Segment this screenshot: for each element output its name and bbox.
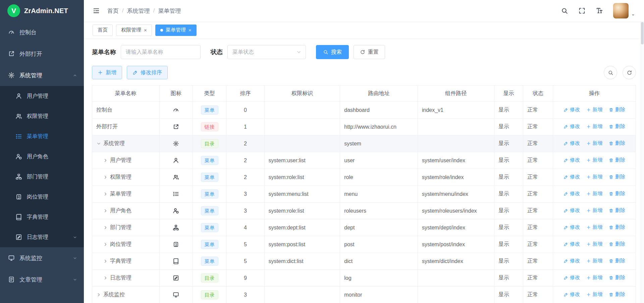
menu-icon-cell — [159, 253, 193, 270]
edit-link[interactable]: 修改 — [564, 190, 580, 197]
add-link[interactable]: 新增 — [586, 174, 603, 180]
add-link[interactable]: 新增 — [586, 190, 603, 197]
edit-link[interactable]: 修改 — [564, 274, 580, 281]
status-label: 状态 — [211, 48, 223, 56]
sidebar-item[interactable]: 系统管理 — [0, 64, 84, 86]
delete-link[interactable]: 删除 — [609, 274, 625, 281]
edit-link[interactable]: 修改 — [564, 224, 580, 230]
breadcrumb-item[interactable]: 菜单管理 — [158, 7, 181, 15]
table-row: 字典管理 菜单 5 system:dict:list dict system/d… — [92, 253, 636, 270]
delete-link[interactable]: 删除 — [609, 123, 625, 130]
add-link[interactable]: 新增 — [586, 224, 603, 230]
menu-name: 系统管理 — [103, 140, 125, 147]
search-button[interactable]: 搜索 — [316, 45, 349, 59]
sidebar-item[interactable]: 外部打开 — [0, 43, 84, 64]
breadcrumb-item[interactable]: 系统管理 — [127, 7, 150, 15]
table-row: 控制台 菜单 0 dashboard index_v1 显示 正常 修改 新增 … — [92, 102, 636, 119]
edit-link[interactable]: 修改 — [564, 123, 580, 130]
edit-link[interactable]: 修改 — [564, 291, 580, 298]
column-header: 路由地址 — [340, 86, 418, 102]
sidebar-item[interactable]: 菜单管理 — [0, 126, 84, 146]
edit-link[interactable]: 修改 — [564, 241, 580, 247]
edit-link[interactable]: 修改 — [564, 140, 580, 146]
delete-link[interactable]: 删除 — [609, 207, 625, 214]
sidebar-item[interactable]: 控制台 — [0, 21, 84, 43]
sidebar-item[interactable]: 岗位管理 — [0, 187, 84, 207]
menu-fold-icon[interactable] — [93, 7, 100, 14]
chevron-right-icon[interactable] — [103, 275, 108, 280]
column-header: 排序 — [226, 86, 264, 102]
chevron-right-icon[interactable] — [96, 292, 101, 297]
plus-icon — [586, 225, 591, 230]
menu-type-cell: 菜单 — [193, 236, 226, 253]
chevron-right-icon[interactable] — [103, 208, 108, 213]
delete-link[interactable]: 删除 — [609, 224, 625, 230]
delete-link[interactable]: 删除 — [609, 174, 625, 180]
column-header: 组件路径 — [418, 86, 494, 102]
add-link[interactable]: 新增 — [586, 106, 603, 113]
chevron-right-icon[interactable] — [103, 175, 108, 180]
sidebar-item[interactable]: 用户角色 — [0, 146, 84, 167]
search-icon[interactable] — [561, 7, 568, 14]
close-icon[interactable]: × — [144, 28, 147, 33]
chevron-right-icon[interactable] — [103, 225, 108, 230]
delete-link[interactable]: 删除 — [609, 140, 625, 146]
plus-icon — [586, 259, 591, 263]
add-link[interactable]: 新增 — [586, 123, 603, 130]
delete-link[interactable]: 删除 — [609, 106, 625, 113]
sidebar-item[interactable]: 系统监控 — [0, 247, 84, 269]
component-cell: system/menu/index — [418, 186, 494, 203]
font-size-icon[interactable] — [596, 7, 603, 14]
delete-link[interactable]: 删除 — [609, 258, 625, 264]
fullscreen-icon[interactable] — [578, 7, 586, 14]
close-icon[interactable]: × — [189, 28, 192, 33]
delete-link[interactable]: 删除 — [609, 291, 625, 298]
caret-down-icon[interactable] — [631, 13, 635, 17]
chevron-right-icon[interactable] — [103, 191, 108, 197]
add-link[interactable]: 新增 — [586, 207, 603, 214]
sidebar-item[interactable]: 日志管理 — [0, 227, 84, 247]
edit-link[interactable]: 修改 — [564, 174, 580, 180]
trash-icon — [609, 275, 613, 280]
edit-link[interactable]: 修改 — [564, 157, 580, 163]
tab[interactable]: 权限管理× — [116, 25, 152, 36]
chevron-down-icon[interactable] — [96, 141, 101, 146]
add-link[interactable]: 新增 — [586, 157, 603, 163]
edit-link[interactable]: 修改 — [564, 106, 580, 113]
toggle-search-button[interactable] — [604, 66, 617, 79]
scrollbar[interactable] — [641, 0, 644, 303]
menu-name-input[interactable] — [121, 45, 201, 59]
status-select[interactable]: 菜单状态 — [227, 45, 306, 59]
user-avatar[interactable] — [613, 3, 629, 18]
add-link[interactable]: 新增 — [586, 291, 603, 298]
delete-link[interactable]: 删除 — [609, 157, 625, 163]
breadcrumb-item[interactable]: 首页 — [107, 7, 119, 15]
edit-link[interactable]: 修改 — [564, 258, 580, 264]
add-button[interactable]: 新增 — [92, 66, 122, 79]
add-link[interactable]: 新增 — [586, 241, 603, 247]
visible-cell: 显示 — [494, 152, 523, 169]
tab[interactable]: 菜单管理× — [155, 25, 197, 36]
sidebar-item[interactable]: 字典管理 — [0, 207, 84, 227]
menu-name-cell: 部门管理 — [92, 219, 160, 236]
tab[interactable]: 首页 — [93, 25, 113, 36]
edit-sort-button[interactable]: 修改排序 — [127, 66, 168, 79]
chevron-right-icon[interactable] — [103, 242, 108, 247]
chevron-right-icon[interactable] — [103, 158, 108, 163]
sidebar-item[interactable]: 文章管理 — [0, 269, 84, 290]
sidebar-item[interactable]: 用户管理 — [0, 86, 84, 106]
chevron-right-icon[interactable] — [103, 259, 108, 264]
add-link[interactable]: 新增 — [586, 140, 603, 146]
delete-link[interactable]: 删除 — [609, 241, 625, 247]
menu-name: 权限管理 — [110, 174, 131, 181]
reset-button[interactable]: 重置 — [354, 45, 385, 59]
delete-link[interactable]: 删除 — [609, 190, 625, 197]
scrollbar-thumb[interactable] — [641, 22, 644, 44]
refresh-table-button[interactable] — [623, 66, 636, 79]
add-link[interactable]: 新增 — [586, 258, 603, 264]
edit-link[interactable]: 修改 — [564, 207, 580, 214]
sidebar-item[interactable]: 权限管理 — [0, 106, 84, 126]
sidebar-item[interactable]: 部门管理 — [0, 167, 84, 187]
add-link[interactable]: 新增 — [586, 274, 603, 281]
menu-name-cell: 字典管理 — [92, 253, 160, 270]
